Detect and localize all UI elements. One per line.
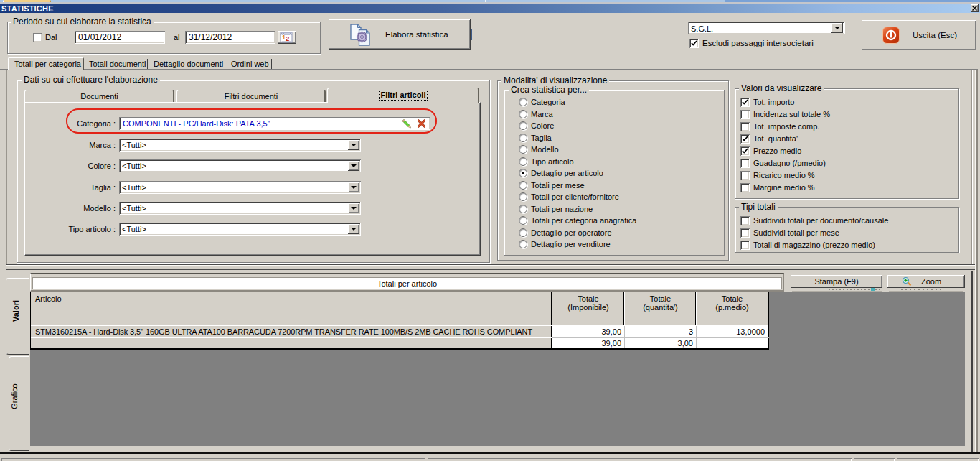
svg-text:2: 2: [286, 34, 289, 42]
